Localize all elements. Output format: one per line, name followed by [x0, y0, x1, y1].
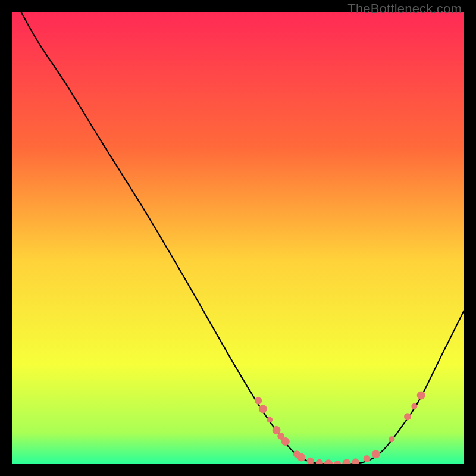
- data-marker: [259, 405, 267, 413]
- data-marker: [404, 413, 411, 420]
- data-marker: [255, 397, 262, 405]
- data-marker: [417, 391, 425, 399]
- data-marker: [364, 455, 371, 462]
- chart-frame: [12, 12, 464, 464]
- data-marker: [281, 437, 290, 446]
- gradient-background: [12, 12, 464, 464]
- data-marker: [411, 403, 417, 409]
- data-marker: [267, 417, 273, 423]
- watermark-text: TheBottleneck.com: [347, 1, 462, 17]
- data-marker: [297, 453, 305, 462]
- bottleneck-chart: [12, 12, 464, 464]
- data-marker: [389, 436, 394, 442]
- data-marker: [372, 450, 380, 458]
